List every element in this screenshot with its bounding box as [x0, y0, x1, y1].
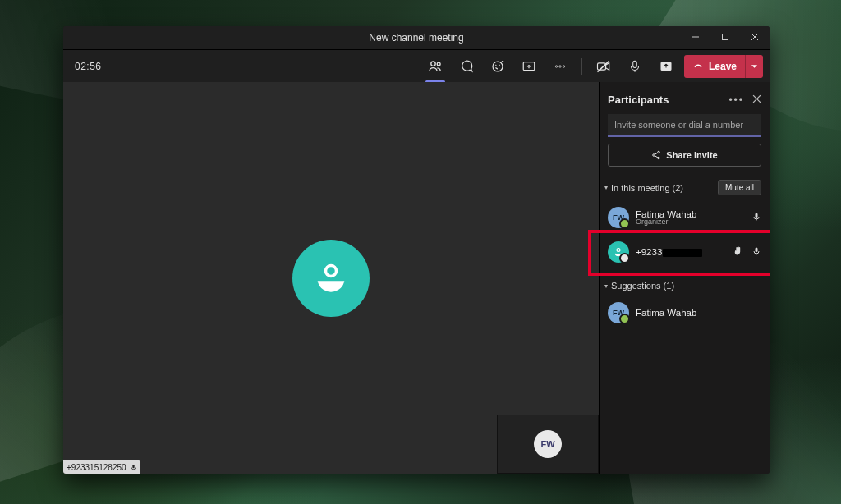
title-bar: New channel meeting	[63, 26, 770, 50]
mute-all-label: Mute all	[725, 183, 754, 192]
section-suggestions[interactable]: ▾ Suggestions (1)	[600, 277, 770, 296]
caret-icon: ▾	[604, 184, 608, 191]
avatar: FW	[608, 207, 629, 228]
svg-point-4	[431, 62, 435, 66]
share-invite-label: Share invite	[666, 150, 717, 160]
main-participant-avatar	[292, 240, 370, 317]
mute-all-button[interactable]: Mute all	[718, 180, 761, 195]
svg-point-5	[437, 62, 440, 66]
presence-dot	[619, 218, 630, 229]
call-timer: 02:56	[70, 61, 102, 72]
svg-rect-18	[132, 465, 134, 468]
section-in-meeting[interactable]: ▾ In this meeting (2) Mute all	[600, 176, 770, 200]
svg-rect-1	[723, 34, 728, 40]
redacted-text	[663, 249, 702, 257]
suggestions-list: FW Fatima Wahab	[600, 296, 770, 330]
presence-dot	[619, 253, 630, 263]
caret-icon: ▾	[604, 282, 608, 290]
caller-number: +923315128250	[67, 463, 126, 472]
suggestion-row[interactable]: FW Fatima Wahab	[600, 296, 770, 330]
meeting-window: New channel meeting 02:56	[63, 26, 770, 474]
section-suggestions-label: Suggestions (1)	[611, 281, 674, 291]
mic-icon[interactable]	[751, 246, 761, 259]
participant-name: +9233	[636, 247, 726, 257]
caller-badge: +923315128250	[63, 460, 140, 474]
svg-point-11	[559, 66, 561, 67]
participant-row[interactable]: FW Fatima Wahab Organizer	[600, 200, 770, 235]
self-avatar: FW	[534, 430, 562, 458]
suggestion-name: Fatima Wahab	[636, 308, 761, 318]
svg-rect-26	[756, 213, 758, 218]
participant-row[interactable]: +9233	[600, 235, 770, 269]
self-video-tile[interactable]: FW	[497, 415, 599, 474]
svg-point-10	[555, 66, 557, 67]
panel-close-icon[interactable]	[752, 94, 761, 106]
svg-point-27	[617, 249, 620, 252]
section-in-meeting-label: In this meeting (2)	[611, 183, 683, 193]
avatar: FW	[608, 302, 629, 323]
participants-toggle[interactable]	[422, 53, 448, 80]
invite-input[interactable]	[608, 114, 761, 137]
raise-hand-icon[interactable]	[733, 245, 743, 259]
svg-rect-28	[756, 247, 758, 252]
svg-line-25	[655, 156, 658, 158]
reactions-button[interactable]	[485, 53, 511, 80]
panel-more-icon[interactable]: •••	[728, 94, 744, 106]
mic-toggle[interactable]	[622, 53, 648, 80]
video-stage: FW +923315128250	[63, 82, 599, 474]
svg-point-17	[326, 265, 337, 276]
minimize-button[interactable]	[681, 26, 710, 48]
avatar	[608, 241, 629, 263]
close-button[interactable]	[740, 26, 770, 48]
self-avatar-initials: FW	[540, 439, 554, 449]
share-button-2[interactable]	[653, 53, 679, 80]
maximize-button[interactable]	[710, 26, 740, 48]
leave-dropdown[interactable]	[745, 55, 763, 78]
meeting-toolbar: 02:56	[63, 50, 770, 84]
chat-toggle[interactable]	[453, 53, 480, 80]
share-screen-button[interactable]	[516, 53, 542, 80]
window-title: New channel meeting	[369, 32, 463, 44]
participant-role: Organizer	[636, 218, 745, 226]
participants-panel: Participants ••• Share invite ▾	[599, 82, 770, 474]
in-meeting-list: FW Fatima Wahab Organizer	[600, 200, 770, 269]
svg-line-24	[655, 153, 658, 155]
panel-title: Participants	[608, 94, 669, 106]
svg-point-12	[563, 66, 564, 67]
camera-toggle[interactable]	[591, 53, 617, 80]
leave-button[interactable]: Leave	[684, 55, 745, 78]
svg-rect-15	[633, 61, 637, 67]
mic-icon[interactable]	[751, 212, 761, 224]
svg-point-6	[493, 62, 503, 71]
share-invite-button[interactable]: Share invite	[608, 144, 761, 167]
presence-dot	[619, 314, 630, 324]
more-actions-button[interactable]	[547, 53, 573, 80]
leave-button-label: Leave	[709, 61, 737, 72]
